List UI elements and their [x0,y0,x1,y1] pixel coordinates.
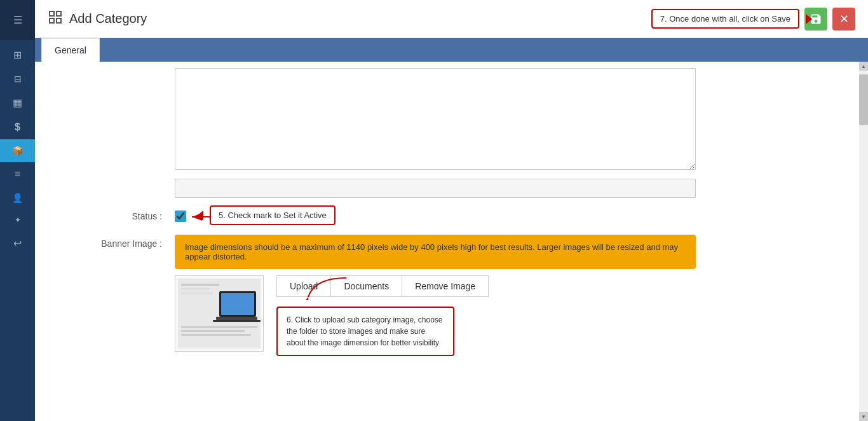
menu-icon[interactable]: ☰ [0,8,35,32]
banner-control: Image dimensions should be a maximum of … [175,235,855,356]
svg-rect-12 [216,317,257,320]
svg-rect-11 [221,293,254,315]
remove-image-button[interactable]: Remove Image [402,275,489,297]
description-textarea[interactable] [175,68,696,170]
status-label: Status : [48,211,175,221]
description-row [48,68,855,172]
scrollbar[interactable]: ▲ ▼ [859,62,868,421]
status-row: Status : 5. Check mark to Set it Active [48,210,855,222]
page-title: Add Category [69,11,147,26]
text-input-label [48,179,175,183]
category-icon [48,10,63,28]
banner-row: Banner Image : Image dimensions should b… [48,235,855,356]
upload-tooltip-area: 6. Click to upload sub category image, c… [276,307,489,356]
svg-rect-3 [57,18,61,23]
dashboard-icon[interactable]: ⊞ [0,43,35,67]
upload-tooltip: 6. Click to upload sub category image, c… [276,307,454,356]
money-icon[interactable]: $ [0,115,35,139]
header: Add Category 7. Once done with all, clic… [35,0,868,38]
close-button[interactable]: ✕ [832,8,855,31]
tab-general[interactable]: General [41,38,100,62]
upload-section: Upload Documents Remove Image [276,275,489,356]
sidebar-top: ☰ [0,0,35,40]
svg-rect-2 [50,18,54,23]
description-label [48,68,175,72]
grid-icon[interactable]: ▦ [0,90,35,115]
catalog-icon[interactable]: 📦 [0,139,35,162]
users-icon[interactable]: 👤 [0,186,35,209]
status-tooltip: 5. Check mark to Set it Active [210,205,336,225]
banner-label: Banner Image : [48,235,175,249]
text-input-row: p [48,179,855,198]
affiliate-icon[interactable]: ✦ [0,209,35,231]
svg-rect-14 [181,326,257,328]
svg-rect-9 [181,293,213,294]
list-icon[interactable]: ≡ [0,162,35,186]
svg-rect-15 [181,330,245,332]
text-input-field[interactable]: p [175,179,696,198]
svg-rect-13 [213,320,261,322]
image-preview [175,275,264,352]
image-upload-area: Upload Documents Remove Image [175,275,855,356]
svg-rect-1 [57,11,61,16]
tabs-bar: General [35,38,868,62]
save-tooltip: 7. Once done with all, click on Save [651,9,799,29]
status-checkbox[interactable] [175,210,186,222]
header-left: Add Category [48,10,147,28]
scrollbar-up[interactable]: ▲ [859,62,868,71]
sidebar: ☰ ⊞ ⊟ ▦ $ 📦 ≡ 👤 ✦ ↩ [0,0,35,421]
text-input-control: p [175,179,855,198]
svg-rect-0 [50,11,54,16]
svg-rect-16 [181,334,251,336]
form-content: p Status : 5 [35,62,868,421]
preview-image [178,279,261,349]
banner-notice: Image dimensions should be a maximum of … [175,235,696,269]
svg-rect-8 [181,288,210,290]
description-control [175,68,855,172]
scrollbar-thumb[interactable] [859,74,868,125]
form-inner: p Status : 5 [35,62,868,382]
status-control: 5. Check mark to Set it Active [175,210,186,222]
main-content: Add Category 7. Once done with all, clic… [35,0,868,421]
upload-arrow [302,275,353,300]
payments-icon[interactable]: ⊟ [0,67,35,90]
svg-rect-7 [181,284,219,286]
back-icon[interactable]: ↩ [0,231,35,256]
header-right: 7. Once done with all, click on Save ✕ [651,8,855,31]
scrollbar-down[interactable]: ▼ [859,412,868,421]
